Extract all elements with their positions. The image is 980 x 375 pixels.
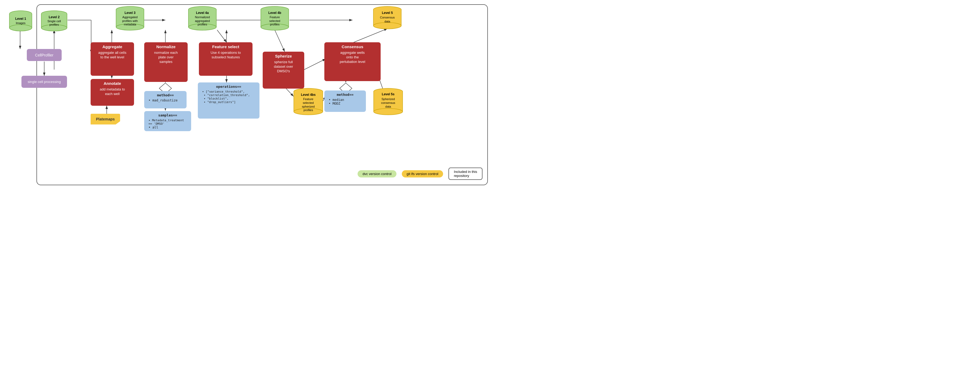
samples-item-1: Metadata_treatment == 'DMSO' [148,119,188,125]
legend-included-label: Included in thisrepository [454,170,477,178]
spherize-desc: spherize fulldataset overDMSO's [274,60,293,74]
svg-text:Level 3: Level 3 [125,11,136,15]
cellprofiler-label: CellProfiler [35,53,53,57]
cylinder-level1: Level 1 Images [8,10,33,33]
svg-point-97 [374,108,402,115]
method-item-1: mad_robustize [148,98,177,102]
cylinder-level3: Level 3 Aggregated profiles with metadat… [115,6,146,32]
svg-text:Aggregated: Aggregated [123,16,138,19]
single-cell-processing-label: single cell processing [28,80,61,84]
cylinder-level4bs: Level 4bs Feature selected spherized pro… [292,88,325,117]
aggregate-box: Aggregate aggregate all cellsto the well… [91,42,134,76]
svg-point-89 [374,22,401,29]
svg-text:Level 1: Level 1 [15,17,26,21]
svg-text:Level 5: Level 5 [382,11,393,15]
svg-text:profiles: profiles [304,108,313,112]
aggregate-desc: aggregate all cellsto the well level [99,51,127,60]
operations-box: operations== ["variance_threshold", "cor… [198,82,259,119]
svg-text:spherized: spherized [302,105,315,108]
annotate-box: Annotate add metadata toeach well [91,79,134,106]
normalize-title: Normalize [156,44,176,49]
svg-text:Level 2: Level 2 [49,15,60,19]
svg-text:Single cell: Single cell [48,19,61,23]
operations-title: operations== [201,85,256,89]
samples-item-2: all [148,125,158,129]
svg-text:Consensus: Consensus [380,16,395,19]
svg-text:selected: selected [303,101,314,104]
svg-text:Level 4a: Level 4a [196,11,209,15]
cylinder-level4b: Level 4b Feature selected profiles [259,6,290,32]
aggregate-title: Aggregate [102,44,122,49]
svg-text:Feature: Feature [303,97,313,101]
method-item-2a: median [329,98,344,102]
method-title-1: method== [148,93,183,97]
svg-text:Level 4b: Level 4b [268,11,281,15]
legend-dvc-label: dvc version control [363,172,391,176]
svg-point-37 [10,25,32,31]
cylinder-level4a: Level 4a Normalized aggregated profiles [187,6,218,32]
samples-box: samples== Metadata_treatment == 'DMSO' a… [144,111,191,131]
cylinder-level2: Level 2 Single cell profiles [40,10,68,33]
legend-included: Included in thisrepository [449,168,482,180]
svg-text:Feature: Feature [270,16,280,19]
svg-text:selected: selected [269,19,280,22]
svg-text:aggregated: aggregated [195,19,210,22]
cellprofiler-box: CellProfiler [27,49,62,61]
consensus-desc: aggregate wellsonto thepertubation level [340,51,365,64]
method-title-2: method== [328,93,363,97]
normalize-desc: normalize eachplate oversamples [154,51,178,64]
method-box-2: method== median MODZ [325,90,366,112]
operations-item-1: ["variance_threshold", [202,90,245,93]
svg-text:Level 5s: Level 5s [382,92,395,96]
svg-text:profiles: profiles [49,23,59,26]
consensus-title: Consensus [342,44,363,49]
legend-area: dvc version control git lfs version cont… [358,168,482,180]
svg-text:data: data [385,105,391,108]
feature-select-title: Feature select [212,44,239,49]
cylinder-level5: Level 5 Consensus data [372,6,403,31]
single-cell-processing-box: single cell processing [21,76,67,88]
operations-item-2: "correlation_threshold", [204,93,250,97]
normalize-box: Normalize normalize eachplate oversample… [144,42,188,82]
feature-select-desc: Use 4 operations tosubselect features [211,51,241,60]
platemaps-box: Platemaps [91,114,120,125]
consensus-box: Consensus aggregate wellsonto thepertuba… [325,42,381,81]
svg-text:Images: Images [16,21,26,25]
svg-text:profiles with: profiles with [122,19,138,22]
method-box-1: method== mad_robustize [144,91,186,108]
legend-dvc: dvc version control [358,170,396,177]
cylinder-level5s: Level 5s Spherized consensus data [372,88,404,117]
samples-title: samples== [148,113,188,117]
svg-text:profiles: profiles [197,23,207,26]
spherize-title: Spherize [275,54,292,59]
platemaps-label: Platemaps [96,117,115,121]
spherize-box: Spherize spherize fulldataset overDMSO's [263,52,304,89]
operations-item-3: "blocklist", [204,97,229,100]
svg-text:Normalized: Normalized [195,16,210,19]
annotate-title: Annotate [104,81,121,85]
svg-text:data: data [384,20,390,23]
svg-text:Level 4bs: Level 4bs [301,93,316,97]
svg-text:Spherized: Spherized [382,97,395,101]
diagram-container: Level 1 Images Level 2 Single cell profi… [0,0,490,187]
legend-gitlfs: git lfs version control [402,170,443,177]
svg-text:metadata: metadata [124,23,137,26]
svg-text:consensus: consensus [381,101,395,104]
annotate-desc: add metadata toeach well [100,87,125,97]
operations-item-4: "drop_outliers"] [204,100,235,104]
feature-select-box: Feature select Use 4 operations tosubsel… [199,42,253,76]
legend-gitlfs-label: git lfs version control [407,172,439,176]
svg-text:profiles: profiles [270,23,280,26]
method-item-2b: MODZ [329,102,340,106]
